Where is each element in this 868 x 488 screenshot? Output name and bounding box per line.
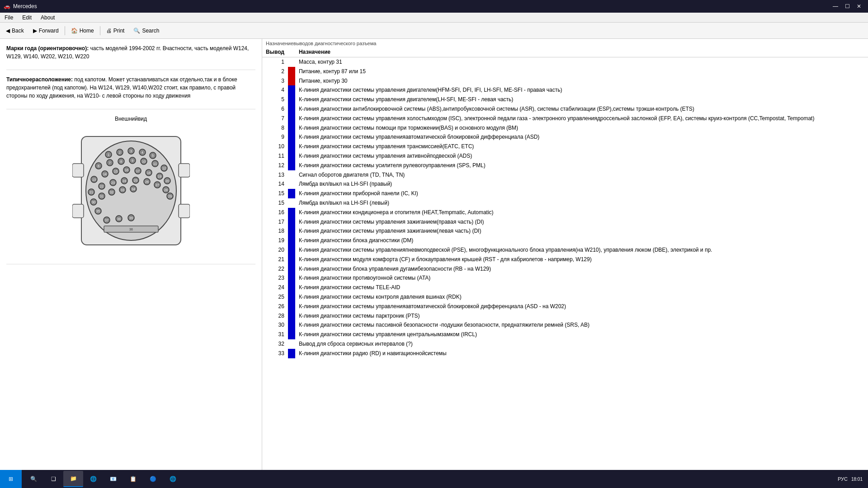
table-row: 32Вывод для сброса сервисных интервалов … [262, 339, 868, 349]
pin-number: 15 [262, 198, 288, 208]
table-row: 23К-линия диагностики противоугонной сис… [262, 273, 868, 283]
connector-svg: 1 2 3 4 5 6 7 8 9 [72, 127, 190, 254]
svg-text:17: 17 [136, 169, 140, 173]
pin-description: К-линия диагностики блока диагностики (D… [295, 236, 868, 245]
svg-text:37: 37 [105, 219, 108, 222]
svg-text:31: 31 [100, 195, 104, 198]
color-indicator [288, 236, 295, 245]
svg-text:18: 18 [147, 171, 151, 174]
svg-text:39: 39 [129, 216, 133, 220]
menu-about[interactable]: About [36, 13, 59, 22]
svg-text:19: 19 [158, 175, 161, 178]
pin-number: 10 [262, 142, 288, 151]
pin-description: К-линия диагностики радио (RD) и навигац… [295, 349, 868, 358]
table-row: 8К-линия диагностики системы помощи при … [262, 123, 868, 133]
pin-description: К-линия диагностики системы управления д… [295, 95, 868, 104]
pin-description: К-линия диагностики системы TELE-AID [295, 283, 868, 292]
svg-text:7: 7 [109, 161, 111, 164]
pin-description: Масса, контур 31 [295, 57, 868, 67]
svg-text:34: 34 [132, 188, 135, 191]
svg-text:20: 20 [165, 179, 169, 183]
pin-description: К-линия диагностики противоугонной систе… [295, 273, 868, 283]
pin-number: 11 [262, 151, 288, 161]
table-row: 7К-линия диагностики системы управления … [262, 114, 868, 123]
menu-edit[interactable]: Edit [18, 13, 36, 22]
pin-description: Питание, контур 87 или 15 [295, 67, 868, 76]
col-purpose-header: Назначение [295, 47, 868, 57]
svg-rect-1 [72, 164, 84, 177]
svg-text:8: 8 [120, 160, 122, 163]
color-indicator [288, 245, 295, 255]
external-view-label: Внешнийвид [6, 115, 255, 123]
svg-text:12: 12 [162, 167, 166, 170]
color-indicator [288, 292, 295, 302]
back-button[interactable]: ◀ Back [2, 24, 28, 37]
table-row: 4К-линия диагностики системы управления … [262, 85, 868, 95]
table-row: 18К-линия диагностики системы управления… [262, 226, 868, 236]
svg-text:10: 10 [142, 160, 146, 163]
forward-button[interactable]: ▶ Forward [29, 24, 63, 37]
right-panel[interactable]: Назначениевыводов диагностического разъе… [262, 39, 868, 470]
color-indicator [288, 161, 295, 170]
table-row: 33К-линия диагностики радио (RD) и навиг… [262, 349, 868, 358]
pin-description: К-линия диагностики системы контроля дав… [295, 292, 868, 302]
pin-number: 21 [262, 255, 288, 264]
pin-description: К-линия диагностики системы управленияав… [295, 132, 868, 142]
svg-text:32: 32 [110, 191, 113, 194]
pin-description: К-линия диагностики системы усилителя ру… [295, 161, 868, 170]
svg-rect-3 [179, 164, 190, 177]
color-indicator [288, 67, 295, 76]
svg-text:26: 26 [145, 180, 149, 183]
table-row: 14Лямбда вкл/выкл на LH-SFI (правый) [262, 179, 868, 189]
pin-number: 14 [262, 179, 288, 189]
svg-text:30: 30 [92, 201, 95, 204]
svg-text:13: 13 [92, 178, 96, 181]
maximize-button[interactable]: ☐ [842, 2, 853, 11]
toolbar: ◀ Back ▶ Forward 🏠 Home 🖨 Print 🔍 Search [0, 23, 868, 39]
model-years-label: Марки года (ориентировочно): [6, 45, 89, 52]
search-button[interactable]: 🔍 Search [129, 24, 163, 37]
pin-description: К-линия диагностики приборной панели (IC… [295, 189, 868, 198]
table-row: 16К-линия диагностики кондиционера и ото… [262, 208, 868, 217]
pin-description: К-линия диагностики системы управления т… [295, 142, 868, 151]
pin-number: 16 [262, 208, 288, 217]
svg-text:1: 1 [108, 153, 109, 156]
color-indicator [288, 302, 295, 311]
col-pin-header: Вывод [262, 47, 288, 57]
pin-description: К-линия диагностики системы управления а… [295, 151, 868, 161]
svg-text:6: 6 [98, 164, 99, 168]
print-button[interactable]: 🖨 Print [102, 24, 129, 37]
pin-number: 30 [262, 320, 288, 330]
pin-number: 13 [262, 170, 288, 180]
close-button[interactable]: ✕ [854, 2, 864, 11]
page-title: Назначениевыводов диагностического разъе… [262, 39, 868, 47]
color-indicator [288, 217, 295, 227]
table-row: 31К-линия диагностики системы управления… [262, 330, 868, 339]
pin-number: 25 [262, 292, 288, 302]
forward-icon: ▶ [33, 28, 37, 34]
left-panel: Марки года (ориентировочно): часть модел… [0, 39, 262, 470]
svg-text:11: 11 [153, 162, 157, 165]
pin-table: Вывод Назначение 1Масса, контур 312Питан… [262, 47, 868, 358]
pin-number: 8 [262, 123, 288, 133]
minimize-button[interactable]: — [830, 2, 841, 11]
pin-description: Сигнал оборотов двигателя (TD, TNA, TN) [295, 170, 868, 180]
pin-number: 17 [262, 217, 288, 227]
connector-image: 1 2 3 4 5 6 7 8 9 [6, 127, 255, 254]
table-row: 15Лямбда вкл/выкл на LH-SFI (левый) [262, 198, 868, 208]
pin-number: 31 [262, 330, 288, 339]
color-indicator [288, 189, 295, 198]
home-button[interactable]: 🏠 Home [67, 24, 98, 37]
color-indicator [288, 114, 295, 123]
table-row: 2Питание, контур 87 или 15 [262, 67, 868, 76]
table-row: 12К-линия диагностики системы усилителя … [262, 161, 868, 170]
pin-number: 4 [262, 85, 288, 95]
pin-number: 33 [262, 349, 288, 358]
svg-text:4: 4 [142, 151, 143, 154]
menu-file[interactable]: File [0, 13, 18, 22]
color-indicator [288, 255, 295, 264]
model-years-section: Марки года (ориентировочно): часть модел… [6, 44, 255, 70]
pin-number: 9 [262, 132, 288, 142]
window-title: Mercedes [13, 3, 37, 9]
color-indicator [288, 57, 295, 67]
